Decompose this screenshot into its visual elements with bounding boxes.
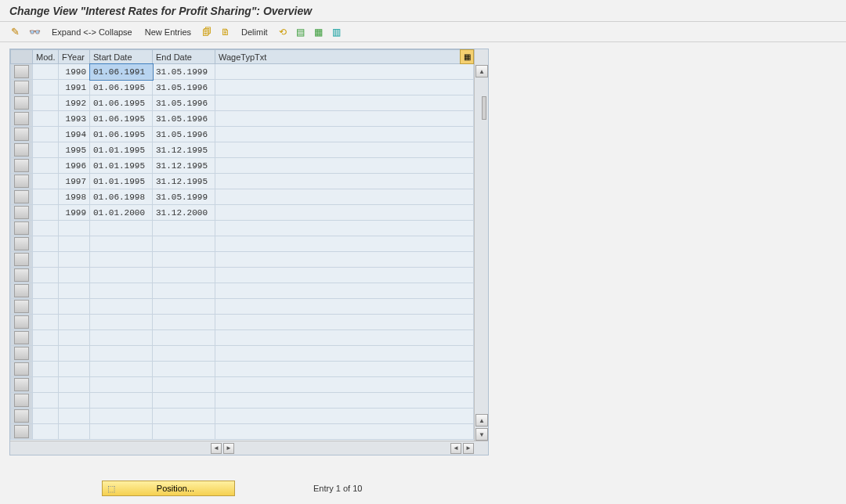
cell-start[interactable]: 01.06.1995	[90, 127, 153, 142]
select-all-button[interactable]: ▤	[293, 25, 308, 39]
cell-end[interactable]: 31.05.1996	[153, 80, 215, 95]
table-row[interactable]	[11, 268, 474, 283]
table-row[interactable]	[11, 236, 474, 252]
select-all-rows[interactable]	[11, 50, 33, 64]
cell-empty[interactable]	[215, 315, 474, 330]
table-row[interactable]: 199201.06.199531.05.1996	[11, 95, 474, 111]
row-selector[interactable]	[11, 377, 33, 393]
cell-empty[interactable]	[153, 252, 215, 268]
cell-empty[interactable]	[33, 283, 59, 299]
vertical-scrollbar[interactable]: ▲ ▲ ▼	[474, 49, 488, 441]
cell-empty[interactable]	[59, 283, 90, 299]
cell-fyear[interactable]: 1990	[59, 64, 90, 80]
copy-button[interactable]: 🗐	[199, 25, 215, 39]
row-selector[interactable]	[11, 346, 33, 362]
cell-wage[interactable]	[215, 174, 474, 189]
cell-start[interactable]: 01.06.1991	[90, 64, 153, 80]
data-grid[interactable]: Mod. FYear Start Date End Date WageTypTx…	[10, 49, 474, 440]
row-selector[interactable]	[11, 393, 33, 409]
cell-end[interactable]: 31.12.1995	[153, 142, 215, 158]
row-selector[interactable]	[11, 221, 33, 236]
table-row[interactable]: 199001.06.199131.05.1999	[11, 64, 474, 80]
cell-empty[interactable]	[90, 299, 153, 315]
cell-fyear[interactable]: 1993	[59, 111, 90, 127]
cell-empty[interactable]	[33, 221, 59, 236]
table-row[interactable]: 199401.06.199531.05.1996	[11, 127, 474, 142]
cell-mod[interactable]	[33, 111, 59, 127]
row-selector[interactable]	[11, 189, 33, 205]
cell-wage[interactable]	[215, 142, 474, 158]
cell-empty[interactable]	[90, 252, 153, 268]
cell-fyear[interactable]: 1996	[59, 158, 90, 174]
table-row[interactable]	[11, 362, 474, 377]
cell-empty[interactable]	[33, 393, 59, 409]
table-row[interactable]	[11, 330, 474, 346]
col-header-end-date[interactable]: End Date	[153, 50, 215, 64]
cell-fyear[interactable]: 1994	[59, 127, 90, 142]
col-header-wage[interactable]: WageTypTxt	[215, 50, 474, 64]
hscroll-right2-button[interactable]: ►	[463, 443, 474, 454]
col-header-mod[interactable]: Mod.	[33, 50, 59, 64]
cell-end[interactable]: 31.05.1996	[153, 127, 215, 142]
cell-empty[interactable]	[33, 252, 59, 268]
select-block-button[interactable]: ▦	[311, 25, 326, 39]
row-selector[interactable]	[11, 80, 33, 95]
cell-empty[interactable]	[59, 346, 90, 362]
hscroll-left-button[interactable]: ◄	[211, 443, 222, 454]
cell-empty[interactable]	[153, 424, 215, 440]
cell-empty[interactable]	[59, 330, 90, 346]
table-row[interactable]: 199501.01.199531.12.1995	[11, 142, 474, 158]
row-selector[interactable]	[11, 362, 33, 377]
cell-wage[interactable]	[215, 80, 474, 95]
cell-fyear[interactable]: 1999	[59, 205, 90, 221]
cell-empty[interactable]	[59, 221, 90, 236]
cell-empty[interactable]	[59, 252, 90, 268]
row-selector[interactable]	[11, 205, 33, 221]
row-selector[interactable]	[11, 127, 33, 142]
cell-wage[interactable]	[215, 158, 474, 174]
cell-mod[interactable]	[33, 80, 59, 95]
hscroll-right-button[interactable]: ►	[223, 443, 234, 454]
cell-empty[interactable]	[153, 362, 215, 377]
cell-empty[interactable]	[33, 268, 59, 283]
row-selector[interactable]	[11, 95, 33, 111]
cell-empty[interactable]	[153, 393, 215, 409]
cell-start[interactable]: 01.06.1995	[90, 95, 153, 111]
table-row[interactable]	[11, 346, 474, 362]
cell-empty[interactable]	[59, 377, 90, 393]
cell-empty[interactable]	[33, 424, 59, 440]
delete-button[interactable]: 🗎	[218, 25, 233, 39]
cell-mod[interactable]	[33, 142, 59, 158]
row-selector[interactable]	[11, 424, 33, 440]
cell-mod[interactable]	[33, 174, 59, 189]
row-selector[interactable]	[11, 315, 33, 330]
cell-end[interactable]: 31.05.1996	[153, 111, 215, 127]
cell-end[interactable]: 31.12.1995	[153, 158, 215, 174]
table-row[interactable]	[11, 252, 474, 268]
cell-start[interactable]: 01.01.1995	[90, 142, 153, 158]
cell-wage[interactable]	[215, 205, 474, 221]
cell-mod[interactable]	[33, 205, 59, 221]
cell-empty[interactable]	[215, 346, 474, 362]
cell-empty[interactable]	[59, 268, 90, 283]
cell-mod[interactable]	[33, 127, 59, 142]
row-selector[interactable]	[11, 111, 33, 127]
cell-empty[interactable]	[90, 346, 153, 362]
cell-empty[interactable]	[33, 377, 59, 393]
row-selector[interactable]	[11, 283, 33, 299]
row-selector[interactable]	[11, 299, 33, 315]
cell-start[interactable]: 01.06.1998	[90, 189, 153, 205]
row-selector[interactable]	[11, 330, 33, 346]
table-row[interactable]	[11, 409, 474, 424]
cell-empty[interactable]	[33, 409, 59, 424]
row-selector[interactable]	[11, 409, 33, 424]
table-row[interactable]	[11, 424, 474, 440]
cell-empty[interactable]	[59, 236, 90, 252]
cell-empty[interactable]	[90, 236, 153, 252]
position-button[interactable]: ⬚ Position...	[102, 481, 235, 496]
cell-fyear[interactable]: 1998	[59, 189, 90, 205]
cell-empty[interactable]	[33, 299, 59, 315]
row-selector[interactable]	[11, 142, 33, 158]
cell-fyear[interactable]: 1995	[59, 142, 90, 158]
scroll-down-button[interactable]: ▼	[475, 428, 488, 441]
